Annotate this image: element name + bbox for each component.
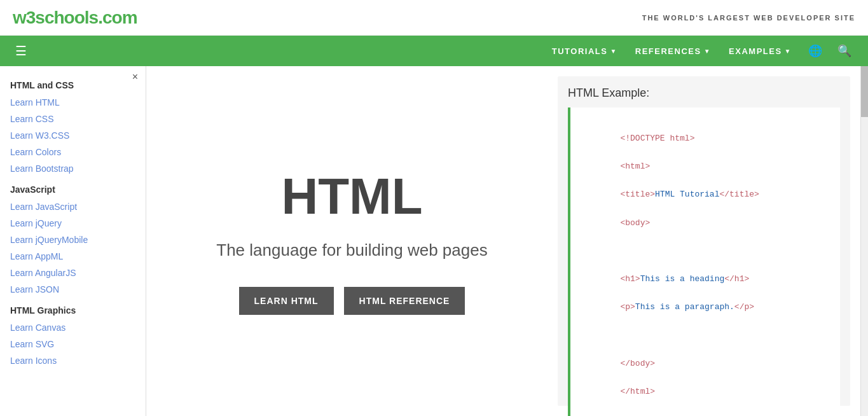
sidebar-section-javascript: JavaScript xyxy=(0,177,146,198)
sidebar-item-learn-jquerymobile[interactable]: Learn jQueryMobile xyxy=(0,232,146,248)
sidebar-item-learn-angularjs[interactable]: Learn AngularJS xyxy=(0,265,146,281)
code-line-3: <title>HTML Tutorial</title> xyxy=(620,190,759,199)
code-line-7: <p>This is a paragraph.</p> xyxy=(620,302,754,312)
sidebar-item-learn-html[interactable]: Learn HTML xyxy=(0,94,146,111)
example-title: HTML Example: xyxy=(568,87,840,100)
sidebar: × HTML and CSS Learn HTML Learn CSS Lear… xyxy=(0,66,146,416)
close-icon[interactable]: × xyxy=(132,71,138,83)
page-subtitle: The language for building web pages xyxy=(216,239,487,261)
code-line-1: <!DOCTYPE html> xyxy=(620,134,694,143)
sidebar-item-learn-colors[interactable]: Learn Colors xyxy=(0,144,146,160)
center-area: HTML The language for building web pages… xyxy=(146,66,558,416)
chevron-down-icon: ▼ xyxy=(610,48,617,55)
logo-text: w3schools xyxy=(13,8,98,27)
nav-tutorials-label: TUTORIALS xyxy=(552,46,608,56)
sidebar-item-learn-canvas[interactable]: Learn Canvas xyxy=(0,319,146,336)
html-reference-button[interactable]: HTML REFERENCE xyxy=(344,287,465,315)
code-line-4: <body> xyxy=(620,218,650,228)
sidebar-item-learn-icons[interactable]: Learn Icons xyxy=(0,352,146,369)
nav-references-label: REFERENCES xyxy=(635,46,701,56)
sidebar-section-html-graphics: HTML Graphics xyxy=(0,298,146,319)
nav-examples[interactable]: EXAMPLES ▼ xyxy=(721,36,799,66)
sidebar-item-learn-appml[interactable]: Learn AppML xyxy=(0,248,146,265)
top-header: w3schools.com THE WORLD'S LARGEST WEB DE… xyxy=(0,0,868,36)
sidebar-item-learn-javascript[interactable]: Learn JavaScript xyxy=(0,198,146,215)
code-line-10: </html> xyxy=(620,387,655,396)
logo-tld: .com xyxy=(98,8,137,27)
example-panel: HTML Example: <!DOCTYPE html> <html> <ti… xyxy=(558,76,850,406)
sidebar-item-learn-w3css[interactable]: Learn W3.CSS xyxy=(0,127,146,144)
scrollbar-thumb[interactable] xyxy=(861,66,868,117)
nav-bar: ☰ TUTORIALS ▼ REFERENCES ▼ EXAMPLES ▼ 🌐 … xyxy=(0,36,868,66)
button-group: LEARN HTML HTML REFERENCE xyxy=(239,287,465,315)
nav-links: TUTORIALS ▼ REFERENCES ▼ EXAMPLES ▼ 🌐 🔍 xyxy=(544,36,858,66)
nav-tutorials[interactable]: TUTORIALS ▼ xyxy=(544,36,625,66)
code-box: <!DOCTYPE html> <html> <title>HTML Tutor… xyxy=(568,107,840,416)
search-icon[interactable]: 🔍 xyxy=(831,36,858,66)
sidebar-section-html-css: HTML and CSS xyxy=(0,73,146,94)
chevron-down-icon: ▼ xyxy=(704,48,711,55)
layout: × HTML and CSS Learn HTML Learn CSS Lear… xyxy=(0,66,868,416)
nav-references[interactable]: REFERENCES ▼ xyxy=(628,36,719,66)
globe-icon[interactable]: 🌐 xyxy=(802,36,829,66)
hamburger-icon[interactable]: ☰ xyxy=(10,38,32,64)
code-line-6: <h1>This is a heading</h1> xyxy=(620,274,749,284)
sidebar-item-learn-bootstrap[interactable]: Learn Bootstrap xyxy=(0,160,146,177)
code-line-2: <html> xyxy=(620,162,650,171)
learn-html-button[interactable]: LEARN HTML xyxy=(239,287,334,315)
scrollbar-track[interactable] xyxy=(860,66,868,416)
sidebar-item-learn-svg[interactable]: Learn SVG xyxy=(0,336,146,352)
logo[interactable]: w3schools.com xyxy=(13,8,137,28)
sidebar-item-learn-css[interactable]: Learn CSS xyxy=(0,111,146,127)
nav-examples-label: EXAMPLES xyxy=(729,46,782,56)
code-line-9: </body> xyxy=(620,359,655,368)
main-content: HTML The language for building web pages… xyxy=(146,66,860,416)
chevron-down-icon: ▼ xyxy=(785,48,792,55)
tagline: THE WORLD'S LARGEST WEB DEVELOPER SITE xyxy=(642,14,855,22)
sidebar-item-learn-jquery[interactable]: Learn jQuery xyxy=(0,215,146,232)
page-title: HTML xyxy=(281,167,422,226)
sidebar-item-learn-json[interactable]: Learn JSON xyxy=(0,281,146,298)
